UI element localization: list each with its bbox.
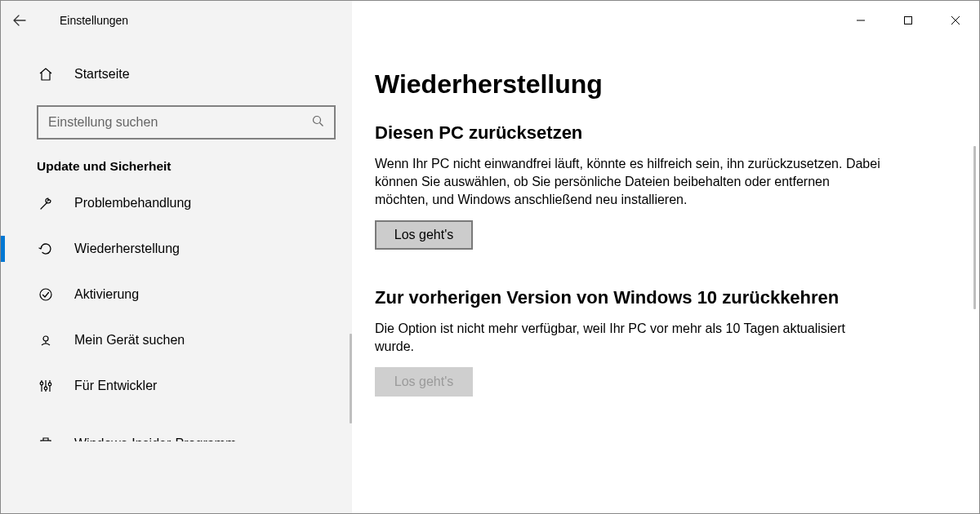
sidebar-item-label: Für Entwickler <box>74 379 157 393</box>
sidebar-home[interactable]: Startseite <box>1 51 352 97</box>
svg-point-8 <box>40 382 43 385</box>
sidebar: Startseite Einstellung suchen Update und… <box>1 40 352 513</box>
svg-rect-1 <box>905 17 912 24</box>
maximize-button[interactable] <box>884 1 932 40</box>
svg-point-4 <box>40 289 51 300</box>
sidebar-home-label: Startseite <box>74 67 130 82</box>
back-button[interactable] <box>1 2 38 39</box>
main-inner: Wiederherstellung Diesen PC zurücksetzen… <box>375 69 914 397</box>
window-controls <box>837 1 979 40</box>
sidebar-item-label: Mein Gerät suchen <box>74 333 185 348</box>
sidebar-section-heading: Update und Sicherheit <box>37 159 352 174</box>
home-icon <box>38 67 58 82</box>
sidebar-item-find-device[interactable]: Mein Gerät suchen <box>1 317 352 363</box>
close-button[interactable] <box>932 1 979 40</box>
sidebar-item-label: Problembehandlung <box>74 196 191 210</box>
rollback-start-button: Los geht's <box>375 367 473 397</box>
sidebar-item-troubleshoot[interactable]: Problembehandlung <box>1 180 352 226</box>
arrow-left-icon <box>13 14 26 27</box>
titlebar-right <box>352 1 979 40</box>
minimize-button[interactable] <box>837 1 884 40</box>
main-content: Wiederherstellung Diesen PC zurücksetzen… <box>352 40 979 513</box>
box-icon <box>38 436 58 441</box>
recovery-icon <box>38 241 58 256</box>
body: Startseite Einstellung suchen Update und… <box>1 40 979 513</box>
titlebar: Einstellungen <box>1 1 979 40</box>
svg-point-2 <box>314 117 321 124</box>
location-icon <box>38 333 58 348</box>
sliders-icon <box>38 379 58 393</box>
search-input[interactable]: Einstellung suchen <box>37 105 336 140</box>
maximize-icon <box>903 16 913 25</box>
minimize-icon <box>856 16 866 25</box>
page-title: Wiederherstellung <box>375 69 914 100</box>
search-placeholder: Einstellung suchen <box>48 115 312 130</box>
svg-rect-13 <box>41 441 51 441</box>
svg-point-5 <box>43 336 48 341</box>
svg-line-3 <box>320 123 323 126</box>
main-scrollbar[interactable] <box>973 146 976 309</box>
sidebar-item-insider[interactable]: Windows-Insider-Programm <box>1 409 352 441</box>
sidebar-nav: Problembehandlung Wiederherstellung Akti… <box>1 180 352 441</box>
titlebar-left: Einstellungen <box>1 1 352 40</box>
sidebar-item-label: Wiederherstellung <box>74 241 180 256</box>
svg-point-12 <box>48 383 51 386</box>
settings-window: Einstellungen Startse <box>0 0 980 514</box>
sidebar-item-developers[interactable]: Für Entwickler <box>1 363 352 409</box>
reset-start-button[interactable]: Los geht's <box>375 220 473 250</box>
sidebar-item-label: Aktivierung <box>74 287 139 302</box>
reset-body: Wenn Ihr PC nicht einwandfrei läuft, kön… <box>375 155 881 209</box>
reset-heading: Diesen PC zurücksetzen <box>375 122 914 144</box>
wrench-icon <box>38 196 58 210</box>
sidebar-item-recovery[interactable]: Wiederherstellung <box>1 226 352 272</box>
svg-point-10 <box>44 387 47 390</box>
sidebar-item-activation[interactable]: Aktivierung <box>1 272 352 317</box>
rollback-body: Die Option ist nicht mehr verfügbar, wei… <box>375 320 881 356</box>
check-circle-icon <box>38 287 58 302</box>
window-title: Einstellungen <box>60 14 128 27</box>
search-icon <box>312 115 324 130</box>
rollback-heading: Zur vorherigen Version von Windows 10 zu… <box>375 287 914 308</box>
sidebar-item-label: Windows-Insider-Programm <box>74 436 236 441</box>
close-icon <box>951 16 960 25</box>
